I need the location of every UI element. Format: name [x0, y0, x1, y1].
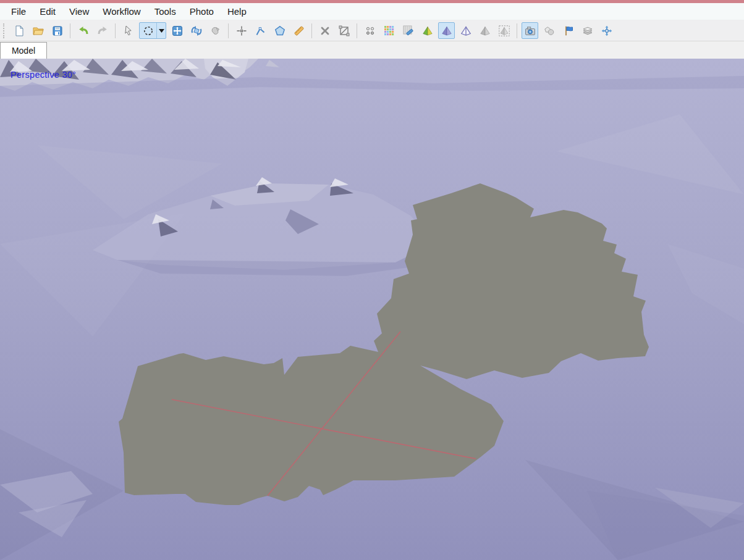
draw-point-button[interactable] — [233, 22, 250, 39]
undo-button[interactable] — [75, 22, 91, 39]
menu-photo[interactable]: Photo — [183, 4, 221, 19]
toolbar-separator — [115, 23, 116, 38]
ruler-button[interactable] — [290, 22, 307, 39]
selection-dropdown-caret[interactable] — [156, 23, 166, 38]
ruler-icon — [294, 25, 305, 36]
menu-file[interactable]: File — [4, 4, 33, 19]
rotate-arrows-icon — [191, 25, 202, 36]
pyramid-gray-icon — [480, 25, 491, 36]
scale-object-icon — [210, 25, 221, 36]
cloud-classes-icon — [403, 25, 414, 36]
layers-icon — [582, 25, 593, 36]
resize-region-icon — [339, 25, 350, 36]
draw-polygon-button[interactable] — [271, 22, 288, 39]
nav-cross-icon — [601, 25, 612, 36]
pyramid-wireframe-icon — [460, 25, 471, 36]
save-button[interactable] — [49, 22, 66, 39]
show-grid-button[interactable] — [579, 22, 596, 39]
toolbar-grip[interactable] — [3, 23, 6, 38]
toolbar-separator — [228, 23, 229, 38]
draw-polyline-button[interactable] — [252, 22, 269, 39]
pyramid-solid-icon — [441, 25, 452, 36]
dense-cloud-classes-button[interactable] — [400, 22, 416, 39]
menu-edit[interactable]: Edit — [33, 4, 62, 19]
model-confidence-button[interactable] — [476, 22, 493, 39]
menu-tools[interactable]: Tools — [148, 4, 183, 19]
show-markers-button[interactable] — [560, 22, 577, 39]
save-floppy-icon — [52, 25, 63, 36]
crosshair-point-icon — [236, 25, 247, 36]
undo-icon — [78, 25, 89, 36]
terrain-scene — [0, 59, 744, 560]
open-folder-icon — [33, 25, 44, 36]
move-object-button[interactable] — [169, 22, 185, 39]
application-window: File Edit View Workflow Tools Photo Help — [0, 0, 744, 560]
model-viewport-3d[interactable]: Perspective 30° — [0, 59, 744, 560]
dense-cloud-button[interactable] — [381, 22, 397, 39]
shapes-icon — [544, 25, 555, 36]
new-document-icon — [14, 25, 25, 36]
pyramid-shaded-icon — [422, 25, 433, 36]
navigation-mode-button[interactable] — [598, 22, 615, 39]
show-cameras-button[interactable] — [522, 22, 538, 39]
tab-model[interactable]: Model — [0, 42, 47, 59]
move-arrows-icon — [172, 25, 183, 36]
dense-cloud-icon — [384, 25, 395, 36]
toolbar-separator — [357, 23, 357, 38]
camera-icon — [525, 25, 536, 36]
menu-bar: File Edit View Workflow Tools Photo Help — [0, 3, 744, 20]
x-icon — [319, 25, 331, 36]
flag-icon — [563, 25, 574, 36]
menu-view[interactable]: View — [62, 4, 96, 19]
projection-label: Perspective 30° — [11, 70, 76, 80]
pentagon-icon — [274, 25, 285, 36]
show-shapes-button[interactable] — [541, 22, 557, 39]
pyramid-dashed-icon — [499, 25, 510, 36]
open-button[interactable] — [30, 22, 46, 39]
scale-object-button[interactable] — [207, 22, 224, 39]
menu-help[interactable]: Help — [221, 4, 253, 19]
resize-region-button[interactable] — [336, 22, 352, 39]
new-document-button[interactable] — [11, 22, 27, 39]
cursor-arrow-icon — [123, 25, 134, 36]
view-tab-bar: Model — [0, 41, 744, 59]
polyline-icon — [255, 25, 266, 36]
point-cloud-icon — [365, 25, 376, 36]
toolbar-separator — [517, 23, 517, 38]
point-cloud-button[interactable] — [361, 22, 378, 39]
rectangle-selection-button[interactable] — [139, 22, 166, 39]
navigation-cursor-button[interactable] — [120, 22, 137, 39]
selection-circle-icon[interactable] — [140, 23, 156, 38]
redo-button[interactable] — [94, 22, 111, 39]
model-solid-button[interactable] — [438, 22, 455, 39]
model-shaded-button[interactable] — [419, 22, 436, 39]
toolbar-separator — [70, 23, 70, 38]
rotate-object-button[interactable] — [188, 22, 205, 39]
model-textured-button[interactable] — [496, 22, 512, 39]
main-toolbar — [0, 20, 744, 41]
reset-region-button[interactable] — [316, 22, 333, 39]
toolbar-separator — [311, 23, 312, 38]
model-wireframe-button[interactable] — [457, 22, 474, 39]
redo-icon — [97, 25, 108, 36]
menu-workflow[interactable]: Workflow — [96, 4, 147, 19]
